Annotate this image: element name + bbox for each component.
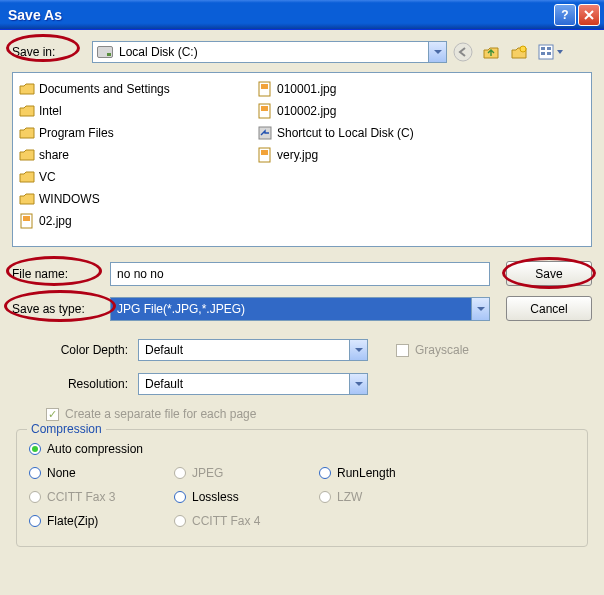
compression-legend: Compression — [27, 422, 106, 436]
colordepth-value: Default — [145, 343, 183, 357]
savetype-label: Save as type: — [12, 302, 110, 316]
chevron-down-icon[interactable] — [349, 340, 367, 360]
close-icon — [583, 9, 595, 21]
views-button[interactable] — [535, 40, 567, 64]
file-name: 02.jpg — [39, 214, 72, 228]
cancel-button[interactable]: Cancel — [506, 296, 592, 321]
radio-label: None — [47, 466, 76, 480]
save-button[interactable]: Save — [506, 261, 592, 286]
file-icon — [257, 147, 273, 163]
radio-icon — [174, 515, 186, 527]
radio-icon — [29, 443, 41, 455]
folder-icon — [19, 103, 35, 119]
radio-label: JPEG — [192, 466, 223, 480]
checkbox-icon — [46, 408, 59, 421]
close-button[interactable] — [578, 4, 600, 26]
svg-rect-4 — [547, 47, 551, 50]
file-name: very.jpg — [277, 148, 318, 162]
list-item[interactable]: share — [19, 145, 239, 165]
radio-label: Auto compression — [47, 442, 143, 456]
file-name: VC — [39, 170, 56, 184]
list-item[interactable]: Documents and Settings — [19, 79, 239, 99]
savetype-value: JPG File(*.JPG,*.JPEG) — [117, 302, 245, 316]
svg-rect-5 — [541, 52, 545, 55]
file-name: Program Files — [39, 126, 114, 140]
list-item[interactable]: Intel — [19, 101, 239, 121]
radio-icon — [29, 491, 41, 503]
radio-option[interactable]: RunLength — [319, 466, 464, 480]
radio-label: RunLength — [337, 466, 396, 480]
grayscale-checkbox: Grayscale — [396, 343, 469, 357]
radio-option[interactable]: None — [29, 466, 174, 480]
disk-icon — [97, 46, 113, 58]
chevron-down-icon[interactable] — [349, 374, 367, 394]
back-button[interactable] — [451, 40, 475, 64]
grayscale-label: Grayscale — [415, 343, 469, 357]
svg-rect-10 — [261, 84, 268, 89]
filename-input[interactable] — [110, 262, 490, 286]
radio-label: Flate(Zip) — [47, 514, 98, 528]
checkbox-icon — [396, 344, 409, 357]
file-icon — [19, 213, 35, 229]
resolution-value: Default — [145, 377, 183, 391]
file-name: 010002.jpg — [277, 104, 336, 118]
list-item[interactable]: VC — [19, 167, 239, 187]
filename-label: File name: — [12, 267, 110, 281]
radio-icon — [29, 515, 41, 527]
svg-rect-15 — [261, 150, 268, 155]
radio-icon — [174, 491, 186, 503]
radio-option: LZW — [319, 490, 464, 504]
radio-icon — [319, 467, 331, 479]
file-icon — [257, 103, 273, 119]
radio-icon — [319, 491, 331, 503]
file-name: Shortcut to Local Disk (C) — [277, 126, 414, 140]
titlebar: Save As ? — [0, 0, 604, 30]
window-title: Save As — [8, 7, 552, 23]
folder-icon — [19, 81, 35, 97]
radio-label: CCITT Fax 4 — [192, 514, 260, 528]
radio-option[interactable]: Auto compression — [29, 442, 575, 456]
file-icon — [257, 81, 273, 97]
radio-option[interactable]: Lossless — [174, 490, 319, 504]
radio-option: CCITT Fax 4 — [174, 514, 319, 528]
list-item[interactable]: 02.jpg — [19, 211, 239, 231]
list-item[interactable]: Program Files — [19, 123, 239, 143]
colordepth-combo[interactable]: Default — [138, 339, 368, 361]
help-button[interactable]: ? — [554, 4, 576, 26]
folder-icon — [19, 125, 35, 141]
file-name: 010001.jpg — [277, 82, 336, 96]
savetype-combo[interactable]: JPG File(*.JPG,*.JPEG) — [110, 297, 490, 321]
separate-page-label: Create a separate file for each page — [65, 407, 256, 421]
new-folder-button[interactable] — [507, 40, 531, 64]
list-item[interactable]: WINDOWS — [19, 189, 239, 209]
list-item[interactable]: very.jpg — [257, 145, 477, 165]
chevron-down-icon[interactable] — [428, 42, 446, 62]
svg-rect-12 — [261, 106, 268, 111]
file-name: Documents and Settings — [39, 82, 170, 96]
list-item[interactable]: 010001.jpg — [257, 79, 477, 99]
radio-option[interactable]: Flate(Zip) — [29, 514, 174, 528]
file-list[interactable]: Documents and SettingsIntelProgram Files… — [12, 72, 592, 247]
svg-rect-8 — [23, 216, 30, 221]
file-name: share — [39, 148, 69, 162]
save-in-value: Local Disk (C:) — [119, 45, 198, 59]
shortcut-icon — [257, 125, 273, 141]
svg-point-0 — [454, 43, 472, 61]
svg-rect-6 — [547, 52, 551, 55]
radio-label: CCITT Fax 3 — [47, 490, 115, 504]
separate-page-checkbox: Create a separate file for each page — [46, 407, 592, 421]
resolution-combo[interactable]: Default — [138, 373, 368, 395]
save-in-label: Save in: — [12, 45, 92, 59]
chevron-down-icon[interactable] — [471, 298, 489, 320]
file-name: Intel — [39, 104, 62, 118]
file-name: WINDOWS — [39, 192, 100, 206]
folder-icon — [19, 191, 35, 207]
resolution-label: Resolution: — [42, 377, 138, 391]
save-in-combo[interactable]: Local Disk (C:) — [92, 41, 447, 63]
list-item[interactable]: 010002.jpg — [257, 101, 477, 121]
radio-option: CCITT Fax 3 — [29, 490, 174, 504]
list-item[interactable]: Shortcut to Local Disk (C) — [257, 123, 477, 143]
radio-icon — [29, 467, 41, 479]
up-folder-button[interactable] — [479, 40, 503, 64]
radio-icon — [174, 467, 186, 479]
